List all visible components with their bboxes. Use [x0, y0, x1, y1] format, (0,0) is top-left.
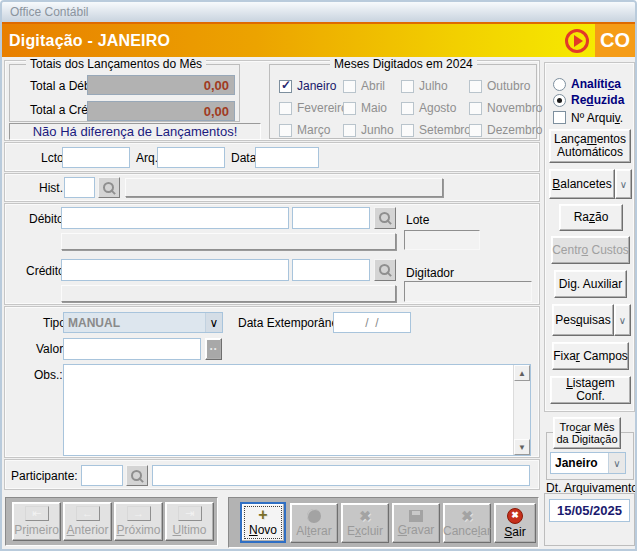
balancetes-button[interactable]: Balancetes — [549, 169, 615, 199]
debito-account-input[interactable] — [61, 207, 289, 229]
fixar-campos-button[interactable]: Fixar Campos — [552, 342, 629, 370]
num-arquiv-checkbox[interactable] — [553, 111, 566, 124]
balancetes-dropdown-button[interactable]: ∨ — [615, 169, 632, 199]
month-outubro[interactable]: Outubro — [469, 76, 543, 96]
credito-code-input[interactable] — [292, 259, 370, 281]
last-record-button[interactable]: ⇥ Ultimo — [165, 502, 214, 541]
data-extemporaneo-input[interactable] — [333, 312, 411, 333]
totals-months-section: Totais dos Lançamentos do Mês Total a Dé… — [4, 60, 540, 141]
month-marco[interactable]: Março — [279, 120, 343, 140]
hist-description-bar — [125, 178, 443, 197]
checkbox-icon — [343, 80, 356, 93]
chevron-down-icon: ∨ — [608, 453, 625, 473]
chevron-down-icon: ∨ — [619, 314, 626, 327]
main-content: Totais dos Lançamentos do Mês Total a Dé… — [2, 57, 635, 549]
dig-auxiliar-button[interactable]: Dig. Auxiliar — [554, 270, 627, 298]
hist-code-input[interactable] — [64, 177, 95, 198]
previous-record-icon: ← — [76, 506, 100, 521]
page-title: Digitação - JANEIRO — [2, 32, 170, 50]
obs-textarea[interactable]: ▲ ▼ — [63, 364, 531, 456]
month-fevereiro[interactable]: Fevereiro — [279, 98, 343, 118]
scroll-up-icon[interactable]: ▲ — [514, 365, 530, 381]
month-junho[interactable]: Junho — [343, 120, 401, 140]
window-titlebar[interactable]: Office Contábil — [2, 2, 635, 22]
hist-search-button[interactable] — [98, 177, 120, 198]
previous-record-button[interactable]: ← Anterior — [63, 502, 112, 541]
debito-label: Débito — [29, 212, 64, 226]
participante-search-button[interactable] — [126, 465, 148, 486]
listagem-conf-button[interactable]: Listagem Conf. — [550, 376, 631, 404]
debito-search-button[interactable] — [374, 207, 396, 229]
digitador-field — [404, 281, 532, 302]
month-julho[interactable]: Julho — [401, 76, 469, 96]
analitica-label[interactable]: Analítica — [571, 77, 621, 91]
month-select-value: Janeiro — [551, 453, 608, 473]
first-record-button[interactable]: ⇤ Primeiro — [12, 502, 61, 541]
checkbox-icon — [469, 102, 482, 115]
arq-input[interactable] — [157, 147, 225, 168]
month-maio[interactable]: Maio — [343, 98, 401, 118]
centro-custos-button[interactable]: Centro Custos — [551, 236, 630, 264]
tipo-select[interactable]: MANUAL ∨ — [63, 312, 223, 333]
novo-button[interactable]: + Novo — [240, 502, 286, 543]
obs-scrollbar[interactable]: ▲ ▼ — [513, 365, 530, 455]
reduzida-label[interactable]: Reduzida — [571, 93, 624, 107]
reduzida-radio[interactable] — [553, 94, 566, 107]
month-agosto[interactable]: Agosto — [401, 98, 469, 118]
cancelar-button[interactable]: ✖ Cancelar — [443, 503, 491, 543]
month-abril[interactable]: Abril — [343, 76, 401, 96]
exit-icon: ✖ — [507, 508, 523, 524]
participante-code-input[interactable] — [81, 465, 123, 486]
checkbox-icon — [279, 124, 292, 137]
sair-button[interactable]: ✖ Sair — [494, 503, 536, 543]
edit-circle-icon — [307, 509, 321, 523]
search-icon — [101, 180, 117, 196]
debito-code-input[interactable] — [292, 207, 370, 229]
tipo-value: MANUAL — [64, 313, 205, 332]
checkbox-icon — [469, 124, 482, 137]
month-select[interactable]: Janeiro ∨ — [550, 452, 626, 474]
credito-account-input[interactable] — [61, 259, 289, 281]
gravar-button[interactable]: Gravar — [392, 503, 440, 543]
lancamentos-automaticos-button[interactable]: Lançamentos Automáticos — [549, 129, 631, 163]
next-record-button[interactable]: → Próximo — [114, 502, 163, 541]
record-nav-panel: ⇤ Primeiro ← Anterior → Próximo ⇥ Ultimo — [5, 497, 218, 546]
credito-search-button[interactable] — [374, 259, 396, 281]
razao-button[interactable]: Razão — [559, 204, 623, 231]
debito-name-bar — [61, 233, 396, 250]
month-janeiro[interactable]: Janeiro — [279, 76, 343, 96]
analitica-radio[interactable] — [553, 78, 566, 91]
search-icon — [129, 468, 145, 484]
month-setembro[interactable]: Setembro — [401, 120, 469, 140]
pesquisas-button[interactable]: Pesquisas — [552, 304, 614, 336]
trocar-mes-button[interactable]: Trocar Mês da Digitação — [553, 417, 621, 449]
pesquisas-dropdown-button[interactable]: ∨ — [614, 304, 631, 336]
alterar-button[interactable]: Alterar — [290, 503, 338, 543]
checkbox-icon — [343, 102, 356, 115]
app-window: Office Contábil Digitação - JANEIRO CO T… — [0, 0, 637, 551]
save-icon — [409, 510, 423, 522]
play-icon[interactable] — [565, 29, 589, 53]
month-novembro[interactable]: Novembro — [469, 98, 543, 118]
data-input[interactable] — [255, 147, 319, 168]
checkbox-icon — [401, 80, 414, 93]
checkbox-icon — [469, 80, 482, 93]
num-arquiv-label[interactable]: Nº Arquiv. — [571, 111, 623, 125]
month-dezembro[interactable]: Dezembro — [469, 120, 543, 140]
chevron-down-icon: ∨ — [205, 313, 222, 332]
chevron-down-icon: ∨ — [620, 178, 627, 191]
debit-total-value: 0,00 — [87, 75, 235, 95]
excluir-button[interactable]: ✖ Excluir — [341, 503, 389, 543]
valor-input[interactable] — [63, 338, 201, 360]
co-logo: CO — [595, 24, 635, 57]
calculator-button[interactable]: ·· — [205, 338, 222, 360]
next-record-icon: → — [127, 506, 151, 521]
months-groupbox: Meses Digitados em 2024 Janeiro Fevereir… — [269, 64, 537, 139]
checkbox-icon — [401, 124, 414, 137]
participante-name-input[interactable] — [152, 465, 530, 486]
totals-groupbox: Totais dos Lançamentos do Mês Total a Dé… — [9, 64, 240, 122]
plus-icon: + — [258, 508, 267, 522]
scroll-down-icon[interactable]: ▼ — [514, 439, 530, 455]
dt-arquivamento-value[interactable]: 15/05/2025 — [549, 499, 630, 522]
lcto-input[interactable] — [62, 147, 130, 168]
